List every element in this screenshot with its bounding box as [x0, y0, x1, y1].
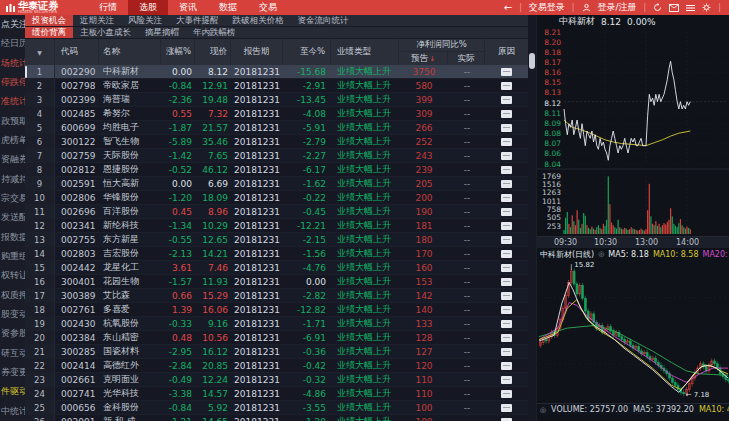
kline-gear-icon[interactable]: ◎ [598, 250, 604, 258]
reason-icon[interactable] [501, 376, 512, 384]
header-actual[interactable]: 实际 [448, 52, 484, 65]
table-row[interactable]: 12002341新纶科技-1.3410.2920181231-12.21业绩大幅… [25, 219, 528, 233]
table-row[interactable]: 18002761多喜爱1.3916.0620181231-12.82业绩大幅上升… [25, 303, 528, 317]
reason-icon[interactable] [501, 222, 512, 230]
sidebar-item[interactable]: 购重组 [0, 247, 25, 266]
sidebar-item[interactable]: 研互动 [0, 344, 25, 363]
table-row[interactable]: 15002442龙星化工3.617.4620181231-4.76业绩大幅上升1… [25, 261, 528, 275]
reason-icon[interactable] [501, 208, 512, 216]
reason-icon[interactable] [501, 362, 512, 370]
menu-item[interactable]: 交易 [248, 0, 288, 15]
volume-gear-icon[interactable]: ◎ [540, 406, 546, 414]
header-forecast[interactable]: 预告↓ [399, 52, 448, 65]
reason-icon[interactable] [501, 82, 512, 90]
reason-icon[interactable] [501, 250, 512, 258]
sidebar-item[interactable]: 权转让 [0, 266, 25, 285]
sidebar-item[interactable]: 持减持 [0, 170, 25, 189]
reason-icon[interactable] [501, 404, 512, 412]
header-period[interactable]: 报告期 [231, 39, 283, 65]
reason-icon[interactable] [501, 390, 512, 398]
table-row[interactable]: 21300285国瓷材料-2.9516.1220181231-0.36业绩大幅上… [25, 345, 528, 359]
table-row[interactable]: 5600699均胜电子-1.8721.5720181231-5.91业绩大幅上升… [25, 121, 528, 135]
kline-chart[interactable]: 15.82← 7.18 [537, 260, 729, 403]
sidebar-item[interactable]: 权质押 [0, 286, 25, 305]
reason-icon[interactable] [501, 166, 512, 174]
trade-login-button[interactable]: 交易登录 [529, 1, 565, 14]
toolbar-tab[interactable]: 近期关注 [73, 15, 121, 26]
table-row[interactable]: 3002399海普瑞-2.3619.4820181231-13.45业绩大幅上升… [25, 93, 528, 107]
sidebar-item[interactable]: 券变更 [0, 363, 25, 382]
sidebar-item[interactable]: 中统计 [0, 402, 25, 421]
table-row[interactable]: 14002803吉宏股份-2.1314.2120181231-1.56业绩大幅上… [25, 247, 528, 261]
table-row[interactable]: 19002430杭氧股份-0.339.1620181231-1.71业绩大幅上升… [25, 317, 528, 331]
table-row[interactable]: 10002806华锋股份-1.2018.0920181231-0.22业绩大幅上… [25, 191, 528, 205]
header-name[interactable]: 名称 [99, 39, 161, 65]
toolbar-tab[interactable]: 大事件提醒 [169, 15, 226, 26]
table-row[interactable]: 22002414高德红外-2.8420.8520181231-0.42业绩大幅上… [25, 359, 528, 373]
reason-icon[interactable] [501, 152, 512, 160]
reason-icon[interactable] [501, 292, 512, 300]
reason-icon[interactable] [501, 68, 512, 76]
table-row[interactable]: 1002290中科新材0.008.1220181231-15.68业绩大幅上升3… [25, 65, 528, 79]
table-row[interactable]: 20002384东山精密0.4810.5620181231-6.91业绩大幅上升… [25, 331, 528, 345]
sidebar-item[interactable]: 发送配 [0, 208, 25, 227]
sidebar-item[interactable]: 资参股 [0, 324, 25, 343]
reason-icon[interactable] [501, 236, 512, 244]
menu-item[interactable]: 数据 [208, 0, 248, 15]
mail-icon[interactable] [669, 4, 679, 12]
reason-icon[interactable] [501, 180, 512, 188]
sidebar-item[interactable]: 股变动 [0, 305, 25, 324]
table-row[interactable]: 26002001新 和 成-1.2114.6520181231-1.20业绩大幅… [25, 415, 528, 421]
toolbar-subtab[interactable]: 摘星摘帽 [138, 27, 186, 38]
header-sort[interactable]: ▼ [25, 39, 55, 65]
reason-icon[interactable] [501, 124, 512, 132]
sidebar-item[interactable]: 政预期 [0, 112, 25, 131]
header-type[interactable]: 业绩类型 [331, 39, 399, 65]
reason-icon[interactable] [501, 418, 512, 421]
sidebar-item[interactable]: 停跌停 [0, 73, 25, 92]
intraday-chart[interactable]: 8.218.208.188.178.168.158.138.128.118.09… [537, 28, 729, 236]
sidebar-item[interactable]: 准统计 [0, 92, 25, 111]
toolbar-tab[interactable]: 风险关注 [121, 15, 169, 26]
reason-icon[interactable] [501, 348, 512, 356]
vertical-scrollbar[interactable] [528, 15, 536, 421]
scrollbar-thumb[interactable] [529, 53, 535, 69]
header-reason[interactable]: 原因 [485, 39, 528, 65]
sidebar-item[interactable]: 经日历 [0, 34, 25, 53]
toolbar-subtab[interactable]: 主板小盘成长 [73, 27, 138, 38]
toolbar-subtab[interactable]: 绩价背离 [25, 27, 73, 38]
table-row[interactable]: 17300389艾比森0.6615.2920181231-2.82业绩大幅上升1… [25, 289, 528, 303]
sidebar-item[interactable]: 报数据 [0, 228, 25, 247]
gear-icon[interactable] [702, 3, 711, 12]
header-price[interactable]: 现价 [195, 39, 231, 65]
reason-icon[interactable] [501, 110, 512, 118]
table-row[interactable]: 8002812恩捷股份-0.5246.1220181231-6.17业绩大幅上升… [25, 163, 528, 177]
header-chg[interactable]: 涨幅% [161, 39, 195, 65]
table-row[interactable]: 4002485希努尔0.557.3220181231-4.08业绩大幅上升309… [25, 107, 528, 121]
reason-icon[interactable] [501, 264, 512, 272]
login-register-button[interactable]: 登录/注册 [598, 1, 637, 14]
table-row[interactable]: 23002661克明面业-0.4912.2420181231-0.32业绩大幅上… [25, 373, 528, 387]
reason-icon[interactable] [501, 138, 512, 146]
header-code[interactable]: 代码 [55, 39, 99, 65]
menu-item[interactable]: 资讯 [168, 0, 208, 15]
sidebar-item[interactable]: 虎榜单 [0, 131, 25, 150]
table-row[interactable]: 7002759天际股份-1.427.6520181231-2.27业绩大幅上升2… [25, 149, 528, 163]
list-icon[interactable] [686, 4, 695, 12]
refresh-icon[interactable] [653, 3, 662, 12]
menu-item[interactable]: 选股 [128, 0, 168, 15]
table-row[interactable]: 16300401花园生物-1.5711.93201812310.00业绩大幅上升… [25, 275, 528, 289]
reason-icon[interactable] [501, 194, 512, 202]
table-row[interactable]: 9002591恒大高新0.006.6920181231-1.62业绩大幅上升20… [25, 177, 528, 191]
toolbar-tab[interactable]: 跌破相关价格 [226, 15, 291, 26]
table-row[interactable]: 24002741光华科技-3.3814.5720181231-4.86业绩大幅上… [25, 387, 528, 401]
toolbar-tab[interactable]: 资金流向统计 [291, 15, 356, 26]
reason-icon[interactable] [501, 96, 512, 104]
reason-icon[interactable] [501, 320, 512, 328]
table-row[interactable]: 2002798帝欧家居-0.8412.9120181231-2.91业绩大幅上升… [25, 79, 528, 93]
toolbar-tab[interactable]: 投资机会 [25, 15, 73, 26]
table-row[interactable]: 25000656金科股份-0.845.9220181231-3.55业绩大幅上升… [25, 401, 528, 415]
table-row[interactable]: 13002755东方新星-0.5512.6520181231-2.15业绩大幅上… [25, 233, 528, 247]
sidebar-item[interactable]: 点关注 [0, 15, 25, 34]
left-scroll-thumb[interactable] [25, 66, 27, 78]
